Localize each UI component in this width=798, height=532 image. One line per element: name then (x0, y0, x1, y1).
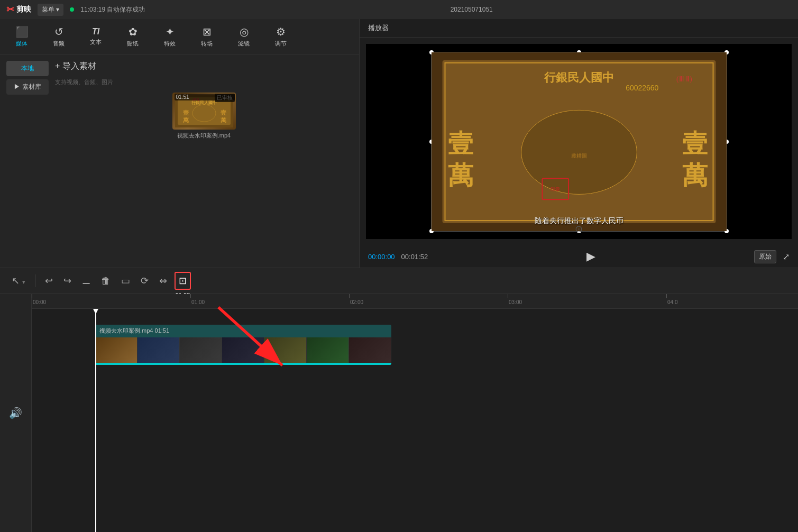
audio-icon-tb: ↺ (54, 25, 63, 38)
filter-icon: ◎ (240, 25, 249, 38)
track-frame-7 (349, 337, 391, 365)
toolbar: ⬛ 媒体 ↺ 音频 TI 文本 ✿ 贴纸 ✦ 特效 (0, 19, 359, 54)
effects-icon: ✦ (166, 25, 175, 38)
time-total: 00:01:52 (401, 253, 428, 261)
timeline-left-panel: 🔊 (0, 294, 32, 532)
crop-button[interactable]: ⊡ 01:00 (175, 272, 191, 290)
project-title: 202105071051 (151, 6, 792, 13)
player-panel: 播放器 (360, 19, 798, 268)
svg-text:萬: 萬 (682, 161, 708, 189)
tool-filter[interactable]: ◎ 滤镜 (231, 23, 257, 50)
split-button[interactable]: ⚊ (79, 273, 94, 289)
svg-text:萬: 萬 (221, 117, 226, 123)
ruler-mark-3: 03:00 (508, 294, 522, 308)
undo-icon: ↩ (45, 276, 53, 286)
tool-sticker[interactable]: ✿ 贴纸 (120, 23, 146, 50)
ruler-label-4: 04:0 (667, 299, 677, 305)
tool-media[interactable]: ⬛ 媒体 (8, 23, 35, 50)
playhead[interactable] (95, 309, 96, 532)
tool-adjust[interactable]: ⚙ 调节 (268, 23, 294, 50)
svg-text:壹: 壹 (183, 109, 189, 116)
svg-text:60022660: 60022660 (626, 83, 658, 91)
media-label: 媒体 (16, 40, 27, 48)
text-icon: TI (92, 27, 99, 36)
top-area: ⬛ 媒体 ↺ 音频 TI 文本 ✿ 贴纸 ✦ 特效 (0, 19, 798, 268)
import-label: + 导入素材 (55, 61, 96, 70)
transition-icon: ⊠ (203, 25, 212, 38)
player-header: 播放器 (360, 19, 798, 38)
material-btn[interactable]: ▶ 素材库 (6, 79, 49, 95)
delete-button[interactable]: 🗑 (98, 273, 114, 289)
timeline-main: 00:00 01:00 02:00 03:00 (32, 294, 798, 532)
select-tool-button[interactable]: ↖ ▾ (8, 273, 29, 289)
crop-icon: ⊡ (179, 276, 187, 286)
undo-button[interactable]: ↩ (42, 273, 56, 289)
adjust-label: 调节 (275, 40, 287, 48)
tool-audio[interactable]: ↺ 音频 (45, 23, 72, 50)
tool-text[interactable]: TI 文本 (82, 25, 109, 48)
expand-icon[interactable]: ⊙ (575, 223, 583, 235)
local-btn[interactable]: 本地 (6, 61, 49, 76)
track-area: 视频去水印案例.mp4 01:51 (32, 309, 798, 532)
svg-text:(Ⅲ Ⅱ): (Ⅲ Ⅱ) (676, 75, 692, 83)
track-frame-5 (264, 337, 307, 365)
media-content: 本地 ▶ 素材库 + 导入素材 支持视频、音频、图片 (0, 54, 359, 268)
rotate-icon: ⟳ (141, 276, 149, 286)
import-area[interactable]: + 导入素材 (55, 61, 353, 72)
ruler-mark-2: 02:00 (349, 294, 363, 308)
svg-text:壹: 壹 (221, 109, 226, 116)
delete-icon: 🗑 (101, 276, 111, 286)
transition-label: 转场 (201, 40, 213, 48)
original-button[interactable]: 原始 (754, 250, 776, 263)
select-icon: ↖ (12, 276, 20, 286)
ruler-label-3: 03:00 (509, 299, 522, 305)
adjust-icon: ⚙ (276, 25, 286, 38)
tool-effects[interactable]: ✦ 特效 (157, 23, 183, 50)
track-frame-6 (307, 337, 349, 365)
clip-button[interactable]: ▭ (118, 273, 133, 289)
time-current: 00:00:00 (368, 253, 395, 261)
redo-button[interactable]: ↪ (60, 273, 75, 289)
status-text: 11:03:19 自动保存成功 (80, 5, 145, 14)
media-icon: ⬛ (15, 25, 29, 38)
flip-button[interactable]: ⇔ (156, 273, 170, 289)
track-bottom-line (95, 363, 391, 365)
fullscreen-button[interactable]: ⤢ (783, 252, 790, 262)
audio-track-icon[interactable]: 🔊 (9, 407, 22, 419)
title-bar: ✂ 剪映 菜单 ▾ 11:03:19 自动保存成功 202105071051 (0, 0, 798, 19)
logo-icon: ✂ (6, 4, 14, 15)
video-track[interactable]: 视频去水印案例.mp4 01:51 (95, 325, 391, 365)
sticker-label: 贴纸 (127, 40, 139, 48)
track-frame-2 (137, 337, 180, 365)
tool-transition[interactable]: ⊠ 转场 (194, 23, 220, 50)
ruler-label-1: 01:00 (191, 299, 205, 305)
player-area: 行銀民人國中 (Ⅲ Ⅱ) 60022660 壹 萬 壹 萬 圓 (366, 44, 792, 239)
track-frame-1 (95, 337, 137, 365)
svg-text:行銀民人國中: 行銀民人國中 (191, 100, 217, 105)
ruler-label-0: 00:00 (33, 299, 46, 305)
timeline-toolbar: ↖ ▾ ↩ ↪ ⚊ 🗑 ▭ ⟳ ⇔ (0, 268, 798, 294)
playhead-top (93, 309, 98, 314)
media-thumbnail: 行銀民人國中 壹 萬 壹 萬 60022660 (Ⅲ Ⅱ) (172, 93, 236, 130)
svg-text:壹: 壹 (682, 129, 707, 157)
main-layout: ⬛ 媒体 ↺ 音频 TI 文本 ✿ 贴纸 ✦ 特效 (0, 19, 798, 532)
rotate-button[interactable]: ⟳ (137, 273, 152, 289)
status-dot (70, 7, 74, 12)
svg-text:萬: 萬 (183, 117, 189, 123)
ruler-mark-1: 01:00 (190, 294, 205, 308)
player-controls: 00:00:00 00:01:52 ▶ 原始 ⤢ (360, 245, 798, 268)
media-filename: 视频去水印案例.mp4 (177, 132, 231, 140)
video-track-label: 视频去水印案例.mp4 01:51 (99, 327, 169, 335)
play-button[interactable]: ▶ (586, 250, 595, 263)
video-frame: 行銀民人國中 (Ⅲ Ⅱ) 60022660 壹 萬 壹 萬 圓 (431, 52, 727, 232)
media-item-video[interactable]: 行銀民人國中 壹 萬 壹 萬 60022660 (Ⅲ Ⅱ) (55, 93, 353, 140)
ruler-mark-0: 00:00 (32, 294, 46, 308)
video-content: 行銀民人國中 (Ⅲ Ⅱ) 60022660 壹 萬 壹 萬 圓 (432, 52, 727, 231)
left-sidebar: 本地 ▶ 素材库 (6, 61, 49, 261)
split-icon: ⚊ (82, 276, 90, 286)
logo: ✂ 剪映 (6, 4, 31, 15)
menu-button[interactable]: 菜单 ▾ (38, 4, 63, 16)
filter-label: 滤镜 (238, 40, 250, 48)
svg-text:萬: 萬 (448, 161, 474, 189)
timeline-area: 🔊 00:00 01:00 02: (0, 294, 798, 532)
